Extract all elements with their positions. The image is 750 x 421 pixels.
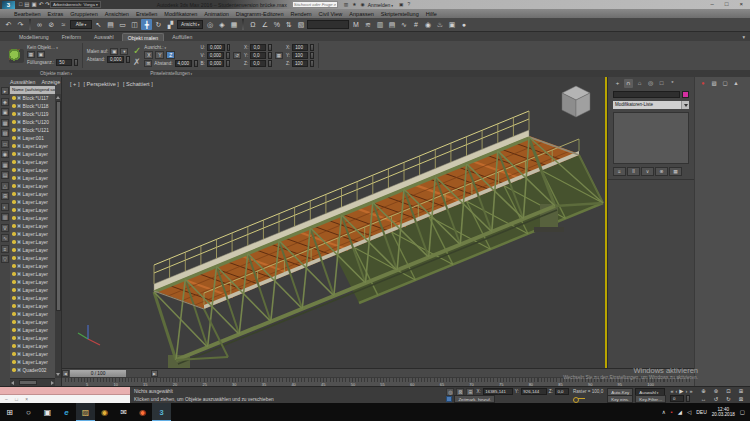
scale-field-spinner[interactable] bbox=[310, 44, 314, 51]
axis-button[interactable]: X bbox=[144, 51, 153, 59]
menu-item[interactable]: Skripterstellung bbox=[381, 11, 419, 17]
scale-field-spinner[interactable] bbox=[310, 60, 314, 67]
visibility-bulb-icon[interactable] bbox=[12, 304, 16, 308]
viewport-plus-menu[interactable]: [ + ] bbox=[70, 81, 79, 87]
list-item[interactable]: Block:*U120 bbox=[10, 118, 55, 126]
firefox-icon[interactable]: ◉ bbox=[133, 403, 152, 421]
visibility-bulb-icon[interactable] bbox=[12, 296, 16, 300]
select-and-rotate-icon[interactable]: ↻ bbox=[153, 19, 164, 30]
modify-tab-icon[interactable]: ∩ bbox=[624, 79, 633, 88]
visibility-bulb-icon[interactable] bbox=[12, 352, 16, 356]
visibility-bulb-icon[interactable] bbox=[12, 232, 16, 236]
explorer-filter-icon[interactable]: ▤ bbox=[1, 171, 9, 179]
frame-spinner[interactable] bbox=[686, 395, 690, 402]
visibility-bulb-icon[interactable] bbox=[12, 336, 16, 340]
list-item[interactable]: Layer:Layer bbox=[10, 198, 55, 206]
list-item[interactable]: Layer:Layer bbox=[10, 350, 55, 358]
offset-icon[interactable]: ⊞ bbox=[144, 60, 152, 67]
scrollbar-thumb[interactable] bbox=[19, 380, 37, 385]
list-item[interactable]: Layer:Layer bbox=[10, 142, 55, 150]
unlink-selection-icon[interactable]: ⊘ bbox=[46, 19, 57, 30]
material-editor-icon[interactable]: ◉ bbox=[422, 19, 433, 30]
maximize-button[interactable]: □ bbox=[725, 0, 729, 9]
list-item[interactable]: Layer:001 bbox=[10, 134, 55, 142]
align-label[interactable]: Ausricht.: bbox=[144, 45, 197, 50]
rotation-field-value[interactable]: 0,0 bbox=[250, 60, 266, 67]
explorer-filter-icon[interactable]: ∿ bbox=[1, 234, 9, 242]
list-item[interactable]: Layer:Layer bbox=[10, 318, 55, 326]
visibility-bulb-icon[interactable] bbox=[12, 144, 16, 148]
next-frame-icon[interactable]: › bbox=[686, 388, 688, 395]
object-name-field[interactable] bbox=[613, 91, 680, 98]
visibility-bulb-icon[interactable] bbox=[12, 312, 16, 316]
ribbon-tab[interactable]: Auswahl bbox=[89, 33, 119, 41]
window-crossing-icon[interactable]: ◫ bbox=[129, 19, 140, 30]
list-item[interactable]: Layer:Layer bbox=[10, 278, 55, 286]
visibility-bulb-icon[interactable] bbox=[12, 328, 16, 332]
task-view-icon[interactable]: ▣ bbox=[38, 403, 57, 421]
percent-snap-icon[interactable]: % bbox=[271, 19, 282, 30]
time-slider-handle[interactable]: 0 / 100 bbox=[70, 370, 126, 377]
zoom-icon[interactable]: ⊕ bbox=[698, 387, 710, 395]
separator[interactable] bbox=[29, 19, 31, 30]
uvb-field-spinner[interactable] bbox=[226, 60, 230, 67]
visibility-bulb-icon[interactable] bbox=[12, 368, 16, 372]
uvb-field-value[interactable]: 0,000 bbox=[207, 44, 225, 51]
visibility-bulb-icon[interactable] bbox=[12, 280, 16, 284]
spacing-field[interactable]: 0,000 bbox=[107, 56, 125, 63]
file-explorer-icon[interactable]: ▨ bbox=[76, 403, 95, 421]
object-color-swatch[interactable] bbox=[682, 91, 689, 98]
list-item[interactable]: Block:*U121 bbox=[10, 126, 55, 134]
menu-item[interactable]: Anpassen bbox=[349, 11, 373, 17]
redo-icon[interactable]: ↷ bbox=[15, 19, 26, 30]
explorer-filter-icon[interactable]: ▽ bbox=[1, 255, 9, 263]
curve-editor-icon[interactable]: ∿ bbox=[398, 19, 409, 30]
rotation-field-spinner[interactable] bbox=[268, 52, 272, 59]
dropdown-arrow-icon[interactable] bbox=[681, 101, 689, 109]
macro-recorder-line[interactable] bbox=[0, 387, 130, 395]
uvb-field-spinner[interactable] bbox=[226, 52, 230, 59]
current-frame-field[interactable]: 0 bbox=[670, 395, 684, 402]
ribbon-overflow-button[interactable]: ▾ bbox=[737, 33, 750, 41]
ribbon-tab[interactable]: Modellierung bbox=[14, 33, 54, 41]
explorer-filter-icon[interactable]: ◐ bbox=[1, 203, 9, 211]
list-item[interactable]: Layer:Layer bbox=[10, 334, 55, 342]
close-button[interactable]: × bbox=[739, 0, 743, 9]
visibility-bulb-icon[interactable] bbox=[12, 360, 16, 364]
sign-in-button[interactable]: Anmelden bbox=[368, 2, 393, 8]
hidden-icons-chevron[interactable]: ∧ bbox=[662, 403, 666, 421]
visibility-bulb-icon[interactable] bbox=[12, 200, 16, 204]
paint-on-surface-icon[interactable]: ▣ bbox=[110, 48, 118, 55]
scroll-right-arrow-icon[interactable] bbox=[51, 381, 54, 385]
visibility-bulb-icon[interactable] bbox=[12, 104, 16, 108]
scale-random-icon[interactable]: ▦ bbox=[275, 52, 283, 59]
hierarchy-tab-icon[interactable]: ⌂ bbox=[635, 79, 644, 88]
use-pivot-center-icon[interactable]: ◎ bbox=[204, 19, 215, 30]
explorer-filter-icon[interactable]: ≡ bbox=[1, 245, 9, 253]
visibility-bulb-icon[interactable] bbox=[12, 168, 16, 172]
paint-object-picker[interactable]: Kein Objekt… bbox=[27, 45, 78, 50]
list-item[interactable]: Layer:Layer bbox=[10, 254, 55, 262]
minimize-button[interactable]: – bbox=[711, 0, 714, 9]
edge-icon[interactable]: e bbox=[57, 403, 76, 421]
explorer-filter-icon[interactable]: ▥ bbox=[1, 213, 9, 221]
select-and-link-icon[interactable]: ∞ bbox=[34, 19, 45, 30]
spacing-spinner[interactable] bbox=[126, 56, 130, 63]
modifier-list-dropdown[interactable]: Modifikatoren-Liste bbox=[613, 101, 681, 109]
show-end-result-icon[interactable]: II bbox=[627, 167, 640, 176]
chrome-icon[interactable]: ◉ bbox=[95, 403, 114, 421]
modifier-stack[interactable] bbox=[613, 112, 689, 164]
explorer-filter-icon[interactable]: □ bbox=[1, 140, 9, 148]
list-item[interactable]: Layer:Layer bbox=[10, 262, 55, 270]
volume-icon[interactable]: ◁ bbox=[687, 403, 691, 421]
list-item[interactable]: Layer:Layer bbox=[10, 222, 55, 230]
viewport-view-menu[interactable]: [ Perspektive ] bbox=[83, 81, 118, 87]
record-icon[interactable]: ● bbox=[699, 79, 707, 87]
scale-field-value[interactable]: 100 bbox=[292, 44, 308, 51]
visibility-bulb-icon[interactable] bbox=[12, 224, 16, 228]
explorer-filter-icon[interactable]: ∇ bbox=[1, 224, 9, 232]
profile-icon[interactable]: ◉ bbox=[361, 0, 365, 9]
visibility-bulb-icon[interactable] bbox=[12, 176, 16, 180]
pin-stack-icon[interactable]: ≡ bbox=[613, 167, 626, 176]
y-coordinate-field[interactable]: 926,144 bbox=[521, 388, 547, 395]
